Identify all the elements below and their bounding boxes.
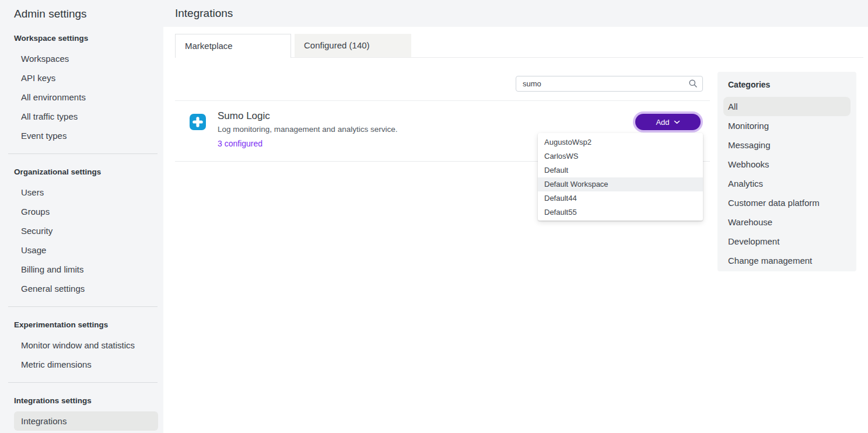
dropdown-item-default44[interactable]: Default44 [538, 191, 703, 205]
integration-description: Log monitoring, management and analytics… [218, 125, 397, 134]
search-icon [688, 79, 698, 88]
categories-panel: Categories All Monitoring Messaging Webh… [718, 72, 856, 271]
dropdown-item-default[interactable]: Default [538, 163, 703, 177]
sidebar-item-users[interactable]: Users [14, 183, 158, 202]
sidebar-divider [8, 382, 158, 383]
page-title: Integrations [175, 0, 868, 27]
category-development[interactable]: Development [723, 232, 850, 251]
sidebar-item-integrations[interactable]: Integrations [14, 411, 158, 431]
section-heading-workspace-settings: Workspace settings [14, 33, 163, 44]
add-button-label: Add [656, 118, 669, 127]
integration-name: Sumo Logic [218, 110, 270, 122]
sidebar-item-monitor-window-and-statistics[interactable]: Monitor window and statistics [14, 336, 158, 355]
sidebar-item-groups[interactable]: Groups [14, 202, 158, 221]
search-input[interactable] [516, 76, 703, 92]
section-heading-experimentation-settings: Experimentation settings [14, 319, 163, 331]
sumo-logic-icon [190, 114, 206, 130]
dropdown-item-augustowsp2[interactable]: AugustoWsp2 [538, 135, 703, 149]
plus-icon [190, 114, 206, 130]
dropdown-item-default55[interactable]: Default55 [538, 205, 703, 219]
category-all[interactable]: All [723, 97, 850, 116]
tab-configured[interactable]: Configured (140) [295, 34, 411, 57]
dropdown-item-carlosws[interactable]: CarlosWS [538, 149, 703, 163]
category-change-management[interactable]: Change management [723, 251, 850, 270]
list-top-divider [175, 100, 710, 101]
workspace-dropdown: AugustoWsp2 CarlosWS Default Default Wor… [538, 133, 703, 221]
sidebar-item-all-environments[interactable]: All environments [14, 88, 158, 107]
configured-count-link[interactable]: 3 configured [218, 139, 262, 148]
sidebar-divider [8, 153, 158, 154]
add-button[interactable]: Add [635, 114, 701, 130]
sidebar-item-general-settings[interactable]: General settings [14, 279, 158, 298]
sidebar-divider [8, 306, 158, 307]
category-customer-data-platform[interactable]: Customer data platform [723, 193, 850, 212]
category-analytics[interactable]: Analytics [723, 174, 850, 193]
sidebar-item-security[interactable]: Security [14, 221, 158, 240]
section-heading-integrations-settings: Integrations settings [14, 395, 163, 407]
sidebar-item-usage[interactable]: Usage [14, 240, 158, 260]
sidebar-item-billing-and-limits[interactable]: Billing and limits [14, 260, 158, 279]
sidebar-item-workspaces[interactable]: Workspaces [14, 49, 158, 68]
sidebar-item-api-keys[interactable]: API keys [14, 68, 158, 88]
sidebar-title: Admin settings [14, 8, 163, 20]
admin-settings-sidebar: Admin settings Workspace settings Worksp… [0, 0, 163, 433]
category-webhooks[interactable]: Webhooks [723, 155, 850, 174]
chevron-down-icon [674, 120, 680, 124]
category-messaging[interactable]: Messaging [723, 135, 850, 155]
sidebar-item-all-traffic-types[interactable]: All traffic types [14, 107, 158, 126]
tab-marketplace[interactable]: Marketplace [175, 34, 291, 58]
category-warehouse[interactable]: Warehouse [723, 212, 850, 232]
page-header: Integrations [163, 0, 868, 27]
sidebar-item-event-types[interactable]: Event types [14, 126, 158, 145]
search-box [516, 76, 703, 92]
categories-title: Categories [728, 80, 850, 90]
section-heading-organizational-settings: Organizational settings [14, 166, 163, 178]
dropdown-item-default-workspace[interactable]: Default Workspace [538, 177, 703, 191]
sidebar-item-metric-dimensions[interactable]: Metric dimensions [14, 355, 158, 374]
category-monitoring[interactable]: Monitoring [723, 116, 850, 135]
